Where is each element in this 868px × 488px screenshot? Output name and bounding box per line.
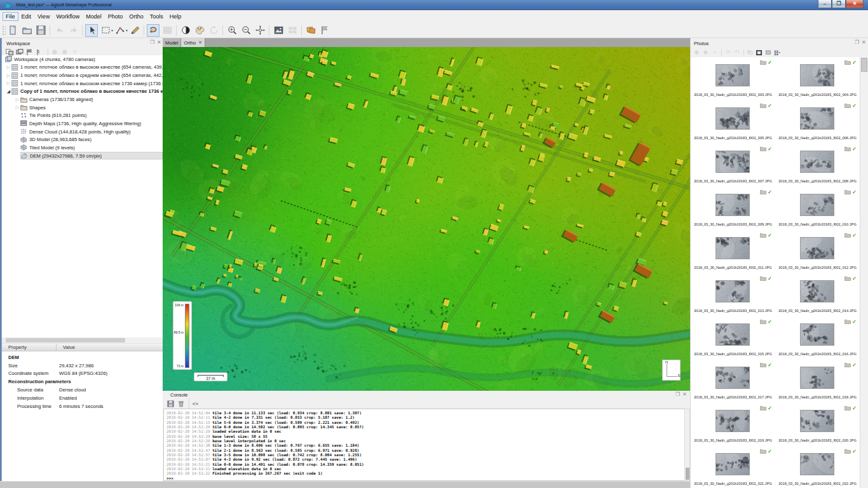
menu-workflow[interactable]: Workflow [53, 12, 83, 21]
photo-cell[interactable]: ✓2018_03_30_Nadir_g201b20183_f002_003.JP… [691, 59, 775, 102]
open-folder-icon[interactable] [20, 24, 33, 37]
photo-cell[interactable]: ✓2018_03_30_Nadir_g201b20183_f002_018.JP… [775, 362, 860, 405]
photo-thumbnail[interactable] [801, 238, 834, 259]
photo-thumbnail[interactable] [801, 151, 834, 172]
rotate-left-icon[interactable] [724, 50, 731, 55]
draw-tool-dropdown-icon[interactable]: ▾ [126, 28, 128, 32]
tree-row-tiepoints[interactable]: Tie Points (619,281 points) [2, 111, 163, 119]
tree-row-workspace[interactable]: Workspace (4 chunks, 4780 cameras) [2, 55, 163, 64]
photo-cell[interactable]: ✓2018_03_30_Nadir_g201b20183_f002_013.JP… [691, 275, 775, 318]
photo-cell[interactable]: ✓2018_03_30_Nadir_g201b20183_f002_022.JP… [775, 448, 860, 488]
new-document-icon[interactable] [6, 24, 19, 37]
photo-cell[interactable]: ✓2018_03_30_Nadir_g201b20183_f002_010.JP… [775, 189, 860, 232]
photos-disable-icon[interactable] [702, 50, 709, 55]
add-chunk-icon[interactable] [5, 48, 13, 55]
tree-row-chunk[interactable]: ▷1 полет, плотное облако в высоком качес… [2, 64, 163, 72]
menu-tools[interactable]: Tools [147, 12, 166, 21]
tree-expander-icon[interactable]: ◢ [6, 89, 11, 94]
photos-pairs-icon[interactable] [747, 50, 754, 55]
workspace-disabled-icon-1[interactable] [50, 48, 58, 55]
workspace-close-icon[interactable]: ✕ [157, 40, 161, 45]
console-log[interactable]: 2019-02-20 14:52:04 tile 3-4 done in 11.… [163, 409, 684, 481]
workspace-float-icon[interactable]: ❐ [150, 40, 154, 45]
photo-cell[interactable]: ✓2018_03_30_Nadir_g201b20183_f002_008.JP… [775, 146, 860, 189]
tree-row-dem[interactable]: DEM (29432x27986, 7.59 cm/pix) [2, 152, 163, 160]
photo-pair-icon[interactable] [304, 24, 317, 37]
photo-cell[interactable]: ✓2018_03_30_Nadir_g201b20183_f002_005.JP… [691, 102, 775, 146]
photos-thumbnails-icon[interactable] [764, 50, 771, 55]
photo-thumbnail[interactable] [801, 108, 834, 129]
property-row[interactable]: Reconstruction parameters [2, 377, 163, 386]
photo-cell[interactable]: ✓2018_03_30_Nadir_g201b20183_f002_006.JP… [775, 102, 860, 146]
cursor-icon[interactable] [85, 24, 98, 37]
redo-icon[interactable] [67, 24, 79, 37]
palette-icon[interactable] [193, 24, 206, 37]
menu-edit[interactable]: Edit [18, 12, 35, 21]
contrast-icon[interactable] [179, 24, 192, 37]
tree-expander-icon[interactable]: ▷ [15, 105, 20, 110]
photo-thumbnail[interactable] [801, 454, 834, 475]
property-row[interactable]: InterpolationEnabled [2, 394, 163, 402]
console-clear-icon[interactable] [177, 400, 185, 407]
refresh-icon[interactable] [207, 24, 220, 37]
draw-tool-icon[interactable] [114, 24, 126, 37]
rotate-right-icon[interactable] [733, 50, 740, 55]
image-view-icon[interactable] [272, 24, 285, 37]
tree-row-model[interactable]: 3D Model (28,963,685 faces) [2, 135, 163, 144]
lasso-icon[interactable] [147, 24, 159, 37]
center-view-icon[interactable] [254, 24, 266, 37]
tree-row-model[interactable]: Tiled Model (9 levels) [2, 144, 163, 152]
photo-thumbnail[interactable] [801, 194, 834, 215]
menu-model[interactable]: Model [83, 12, 105, 21]
property-row[interactable]: Size29,432 x 27,986 [2, 362, 163, 370]
console-close-icon[interactable]: ✕ [682, 392, 687, 397]
photo-thumbnail[interactable] [716, 65, 749, 86]
photos-masks-icon[interactable] [756, 50, 763, 55]
photos-close-icon[interactable]: ✕ [862, 40, 866, 45]
photo-thumbnail[interactable] [716, 194, 749, 215]
console-vscroll-thumb[interactable] [686, 468, 689, 480]
console-float-icon[interactable]: ❐ [675, 392, 680, 397]
dem-map[interactable] [163, 47, 690, 391]
add-photos-icon[interactable] [15, 48, 24, 55]
undo-icon[interactable] [53, 24, 65, 37]
pencil-icon[interactable] [128, 24, 141, 37]
photo-thumbnail[interactable] [716, 410, 749, 431]
rect-select-icon[interactable] [99, 24, 112, 37]
photo-thumbnail[interactable] [716, 108, 749, 129]
console-script-icon[interactable]: <> [191, 400, 200, 407]
tree-row-cloud[interactable]: Dense Cloud (144,818,428 points, High qu… [2, 128, 163, 136]
add-marker-icon[interactable] [25, 48, 34, 55]
photos-view-mode-icon[interactable] [773, 50, 780, 55]
console-vscrollbar[interactable] [684, 409, 690, 481]
photo-thumbnail[interactable] [716, 238, 749, 259]
property-row[interactable]: DEM [2, 353, 163, 362]
photo-thumbnail[interactable] [801, 65, 834, 86]
menu-file[interactable]: File [3, 12, 18, 21]
tab-ortho[interactable]: Ortho✕ [181, 38, 205, 47]
menu-view[interactable]: View [34, 12, 53, 21]
zoom-in-icon[interactable] [226, 24, 238, 37]
tree-expander-icon[interactable]: ▷ [15, 97, 20, 102]
minimize-button[interactable]: – [818, 0, 832, 8]
tree-row-folder[interactable]: ▷Shapes [2, 104, 163, 112]
photos-vscrollbar[interactable] [860, 57, 868, 488]
photos-float-icon[interactable]: ❐ [855, 40, 859, 45]
tree-row-depth[interactable]: Depth Maps (1736, High quality, Aggressi… [2, 119, 163, 128]
value-column-header[interactable]: Value [57, 344, 75, 351]
photo-thumbnail[interactable] [801, 281, 834, 302]
close-button[interactable]: ✕ [846, 0, 864, 8]
photo-thumbnail[interactable] [801, 410, 834, 431]
menu-help[interactable]: Help [166, 12, 185, 21]
tree-expander-icon[interactable]: ▷ [6, 65, 11, 70]
photo-cell[interactable]: ✓2018_03_30_Nadir_g201b20183_f002_015.JP… [691, 318, 775, 362]
photo-thumbnail[interactable] [801, 367, 834, 388]
photo-cell[interactable]: ✓2018_03_30_Nadir_g201b20183_f002_020.JP… [775, 405, 860, 448]
grid-image-icon[interactable] [161, 24, 173, 37]
property-row[interactable]: Coordinate systemWGS 84 (EPSG:4326) [2, 370, 163, 378]
photos-enable-icon[interactable] [693, 50, 700, 55]
photo-cell[interactable]: ✓2018_03_30_Nadir_g201b20183_f002_011.JP… [691, 232, 775, 275]
property-row[interactable]: Processing time6 minutes 7 seconds [2, 402, 163, 410]
flag-icon[interactable] [318, 24, 331, 37]
save-icon[interactable] [34, 24, 47, 37]
